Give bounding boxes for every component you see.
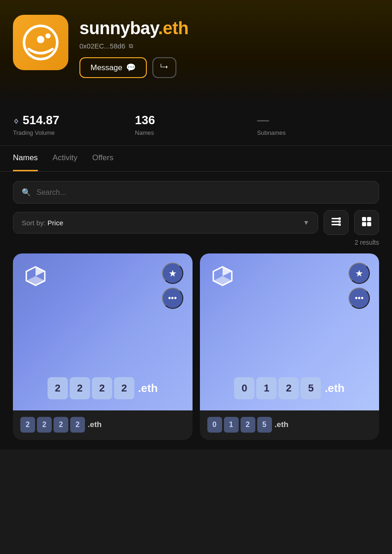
- tabs-section: Names Activity Offers: [0, 146, 392, 172]
- card-2-star-button[interactable]: ★: [349, 263, 370, 284]
- more-dots-icon: •••: [168, 294, 177, 303]
- stat-names-value: 136: [135, 113, 257, 127]
- digit-tile-small: 2: [20, 417, 35, 433]
- external-link-icon[interactable]: ⧉: [129, 42, 133, 50]
- stat-names: 136 Names: [135, 113, 257, 136]
- digit-tile-small: 2: [54, 417, 68, 433]
- stat-subnames-value: —: [257, 113, 379, 127]
- svg-marker-15: [26, 276, 45, 285]
- digit-tile-small: 0: [207, 417, 222, 433]
- search-icon: 🔍: [22, 188, 31, 197]
- main-content: 🔍 Sort by: Price ▼: [0, 172, 392, 449]
- card-2-more-button[interactable]: •••: [349, 288, 370, 309]
- grid-view-button[interactable]: [354, 210, 379, 235]
- digit-tile: 2: [114, 377, 134, 399]
- tabs-row: Names Activity Offers: [13, 146, 379, 171]
- stat-subnames-label: Subnames: [257, 129, 379, 136]
- digit-tile-small: 5: [257, 417, 272, 433]
- svg-rect-12: [367, 222, 371, 226]
- sort-label: Sort by:: [22, 219, 46, 227]
- sort-value: Price: [48, 219, 63, 227]
- eth-suffix-small: .eth: [88, 420, 102, 429]
- stat-names-label: Names: [135, 129, 257, 136]
- sort-select[interactable]: Sort by: Price ▼: [13, 212, 318, 234]
- profile-name: sunnybay.eth: [79, 18, 188, 38]
- card-2-bottom: 0 1 2 5 .eth: [200, 410, 380, 440]
- share-icon: ⮡: [160, 63, 168, 72]
- star-icon: ★: [169, 268, 177, 279]
- sort-row: Sort by: Price ▼: [13, 210, 379, 235]
- results-count: 2 results: [13, 239, 379, 246]
- digit-tile-small: 2: [37, 417, 52, 433]
- message-button[interactable]: Message 💬: [79, 57, 147, 78]
- stat-trading-volume-value: ⬨ 514.87: [13, 113, 135, 127]
- profile-info: sunnybay.eth 0x02EC...58d6 ⧉ Message 💬 ⮡: [79, 15, 188, 78]
- action-buttons: Message 💬 ⮡: [79, 57, 188, 78]
- wallet-address: 0x02EC...58d6 ⧉: [79, 42, 188, 50]
- digit-tile: 0: [234, 377, 254, 399]
- profile-top: sunnybay.eth 0x02EC...58d6 ⧉ Message 💬 ⮡: [13, 15, 379, 78]
- svg-rect-7: [338, 220, 341, 223]
- avatar: [13, 15, 68, 70]
- chevron-down-icon: ▼: [303, 219, 309, 226]
- stats-row: ⬨ 514.87 Trading Volume 136 Names — Subn…: [0, 104, 392, 146]
- eth-suffix-small: .eth: [275, 420, 289, 429]
- header-section: sunnybay.eth 0x02EC...58d6 ⧉ Message 💬 ⮡: [0, 0, 392, 104]
- digit-tile-small: 2: [70, 417, 85, 433]
- svg-rect-11: [362, 222, 366, 226]
- eth-diamond-icon: ⬨: [13, 114, 19, 126]
- card-1-bottom: 2 2 2 2 .eth: [13, 410, 193, 440]
- stat-trading-volume-label: Trading Volume: [13, 129, 135, 136]
- tab-activity[interactable]: Activity: [53, 146, 78, 171]
- card-1-star-button[interactable]: ★: [162, 263, 183, 284]
- card-image-area-2: ★ ••• 0 1 2 5 .eth: [200, 253, 380, 410]
- svg-marker-18: [213, 276, 232, 285]
- tab-names[interactable]: Names: [13, 146, 38, 171]
- svg-rect-8: [338, 223, 341, 226]
- digit-tile-small: 2: [241, 417, 255, 433]
- svg-point-1: [37, 36, 44, 43]
- digit-tile: 2: [48, 377, 68, 399]
- list-view-icon: [331, 217, 341, 229]
- card-1-name-display: 2 2 2 2 .eth: [48, 377, 158, 399]
- digit-tile: 5: [301, 377, 321, 399]
- card-2-title: 0 1 2 5 .eth: [207, 417, 372, 433]
- svg-rect-10: [367, 217, 371, 221]
- card-2-name-display: 0 1 2 5 .eth: [234, 377, 344, 399]
- eth-suffix: .eth: [325, 382, 344, 395]
- svg-marker-17: [223, 267, 232, 276]
- search-input[interactable]: [36, 188, 370, 197]
- card-1-title: 2 2 2 2 .eth: [20, 417, 185, 433]
- digit-tile-small: 1: [224, 417, 239, 433]
- star-icon: ★: [355, 268, 363, 279]
- more-dots-icon: •••: [355, 294, 364, 303]
- stat-subnames: — Subnames: [257, 113, 379, 136]
- card-0125[interactable]: ★ ••• 0 1 2 5 .eth 0 1 2: [200, 253, 380, 440]
- ens-logo-1: [24, 265, 47, 288]
- card-1-more-button[interactable]: •••: [162, 288, 183, 309]
- digit-tile: 2: [92, 377, 112, 399]
- search-bar: 🔍: [13, 181, 379, 204]
- list-view-button[interactable]: [324, 210, 349, 235]
- card-image-area-1: ★ ••• 2 2 2 2 .eth: [13, 253, 193, 410]
- svg-point-2: [45, 33, 50, 38]
- svg-rect-9: [362, 217, 366, 221]
- stat-trading-volume: ⬨ 514.87 Trading Volume: [13, 113, 135, 136]
- grid-view-icon: [362, 217, 372, 229]
- share-button[interactable]: ⮡: [152, 57, 176, 78]
- svg-marker-14: [36, 267, 45, 276]
- ens-logo-2: [211, 265, 234, 288]
- digit-tile: 2: [70, 377, 90, 399]
- card-2222[interactable]: ★ ••• 2 2 2 2 .eth 2 2 2: [13, 253, 193, 440]
- message-icon: 💬: [126, 63, 136, 72]
- eth-suffix: .eth: [138, 382, 158, 395]
- digit-tile: 2: [278, 377, 299, 399]
- digit-tile: 1: [256, 377, 277, 399]
- tab-offers[interactable]: Offers: [92, 146, 114, 171]
- svg-rect-6: [338, 217, 341, 220]
- cards-grid: ★ ••• 2 2 2 2 .eth 2 2 2: [13, 253, 379, 440]
